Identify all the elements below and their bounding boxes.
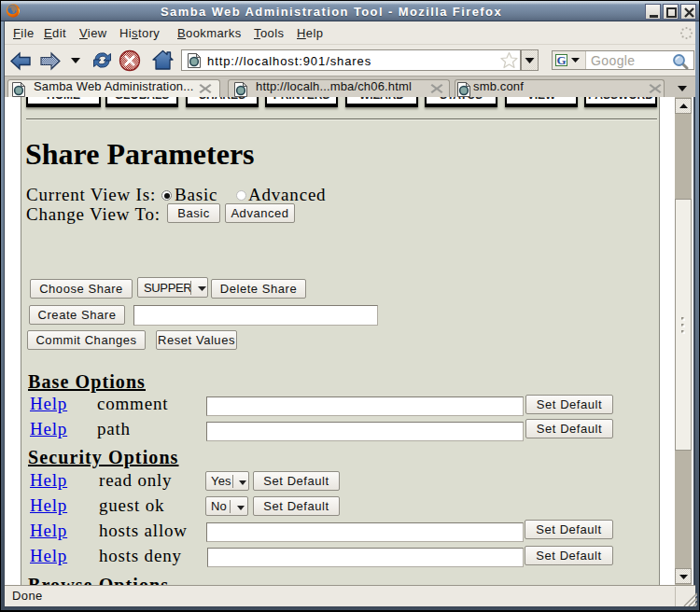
svg-text:G: G bbox=[556, 54, 566, 66]
